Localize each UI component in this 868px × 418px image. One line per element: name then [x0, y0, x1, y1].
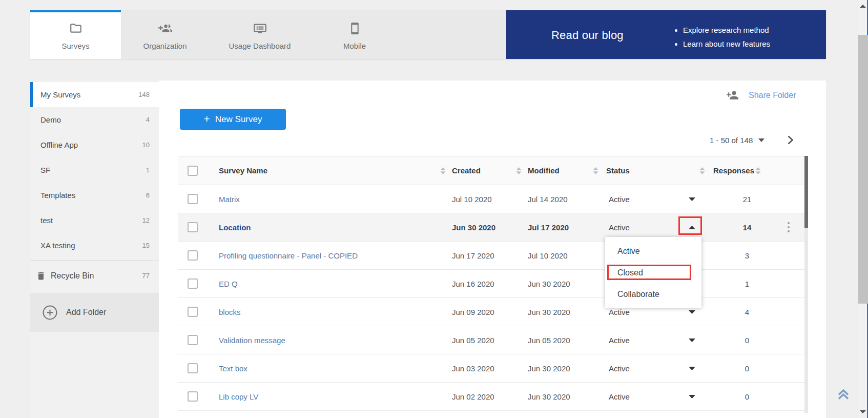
pagination-next-icon[interactable] [788, 135, 793, 145]
status-caret-icon[interactable] [689, 339, 695, 342]
header-responses[interactable]: Responses [707, 166, 779, 175]
survey-name-link[interactable]: Profiling questionnaire - Panel - COPIED [219, 251, 358, 260]
survey-name-link[interactable]: Text box [219, 364, 247, 373]
tab-mobile[interactable]: Mobile [311, 10, 399, 59]
sidebar-divider [30, 261, 159, 261]
row-checkbox[interactable] [188, 278, 198, 289]
scrollbar-up-arrow[interactable] [859, 3, 867, 9]
row-created-cell: Jun 02 2020 [448, 392, 525, 401]
status-dropdown-option[interactable]: Active [605, 241, 701, 262]
status-caret-icon[interactable] [689, 367, 695, 370]
scroll-to-top-icon[interactable] [836, 387, 851, 402]
sort-icon[interactable] [755, 167, 761, 174]
row-checkbox[interactable] [188, 194, 198, 204]
row-created-cell: Jun 05 2020 [448, 336, 525, 345]
status-caret-icon[interactable] [689, 197, 695, 201]
survey-name-link[interactable]: ED Q [219, 280, 238, 288]
table-row[interactable]: Validation message Jun 05 2020 Jun 05 20… [178, 326, 804, 354]
survey-name-link[interactable]: Lib copy LV [219, 392, 258, 401]
table-row[interactable]: Matrix Jul 10 2020 Jul 14 2020 Active [178, 185, 804, 213]
table-row[interactable]: Lib copy LV Jun 02 2020 Jun 30 2020 Acti… [178, 383, 804, 411]
row-checkbox-cell [178, 250, 210, 261]
tab-surveys[interactable]: Surveys [30, 10, 121, 59]
survey-name-link[interactable]: blocks [219, 308, 241, 316]
add-folder-button[interactable]: Add Folder [30, 293, 159, 332]
row-checkbox[interactable] [188, 222, 198, 232]
sidebar-folder-item[interactable]: test 12 [30, 208, 159, 233]
tab-label: Organization [143, 42, 187, 50]
status-dropdown-option[interactable]: Collaborate [605, 284, 701, 305]
row-status-cell: Active [602, 364, 707, 373]
share-folder-link[interactable]: Share Folder [726, 89, 796, 102]
table-row[interactable]: blocks Jun 09 2020 Jun 30 2020 Active [178, 298, 804, 326]
tab-usage-dashboard[interactable]: Usage Dashboard [209, 10, 311, 59]
table-scrollbar-track[interactable] [804, 156, 808, 413]
header-created[interactable]: Created [448, 166, 525, 175]
row-created-cell: Jun 30 2020 [448, 223, 525, 232]
sort-icon[interactable] [699, 167, 705, 174]
sort-icon[interactable] [516, 167, 522, 174]
row-created-cell: Jun 17 2020 [448, 251, 525, 260]
header-label: Modified [528, 166, 560, 175]
sidebar-item-recycle-bin[interactable]: Recycle Bin 77 [30, 263, 159, 288]
row-responses-cell: 4 [707, 308, 779, 316]
header-label: Created [452, 166, 481, 175]
sidebar-folder-item[interactable]: Templates 6 [30, 183, 159, 208]
scrollbar-down-arrow[interactable] [859, 409, 867, 415]
group-add-icon [158, 22, 172, 35]
kebab-menu-icon[interactable] [788, 221, 790, 233]
row-name-cell: Text box [210, 364, 448, 373]
table-row[interactable]: Text box Jun 03 2020 Jun 30 2020 Active [178, 354, 804, 383]
header-checkbox-cell [178, 166, 210, 176]
survey-name-link[interactable]: Location [219, 223, 251, 232]
row-name-cell: ED Q [210, 280, 448, 288]
header-survey-name[interactable]: Survey Name [210, 166, 448, 175]
select-all-checkbox[interactable] [188, 166, 198, 176]
table-row[interactable]: Profiling questionnaire - Panel - COPIED… [178, 242, 804, 270]
row-checkbox[interactable] [188, 250, 198, 261]
folder-count: 4 [146, 116, 150, 124]
page-scrollbar-thumb[interactable] [858, 35, 868, 304]
banner-bullet: Learn about new features [683, 37, 770, 51]
status-caret-icon[interactable] [689, 310, 695, 314]
modified-date: Jun 30 2020 [528, 364, 570, 373]
header-modified[interactable]: Modified [525, 166, 602, 175]
modified-date: Jul 14 2020 [528, 195, 568, 204]
survey-name-link[interactable]: Validation message [219, 336, 285, 345]
responses-count: 4 [707, 308, 779, 316]
row-checkbox[interactable] [188, 391, 198, 402]
created-date: Jun 05 2020 [452, 336, 494, 345]
table-row[interactable]: ED Q Jun 16 2020 Jun 30 2020 [178, 270, 804, 298]
row-checkbox[interactable] [188, 307, 198, 317]
responses-count: 1 [707, 280, 779, 288]
survey-name-link[interactable]: Matrix [219, 195, 240, 204]
sidebar-folder-item[interactable]: Demo 4 [30, 107, 159, 132]
row-checkbox[interactable] [188, 363, 198, 373]
pagination-dropdown-caret-icon[interactable] [758, 138, 764, 142]
status-caret-icon[interactable] [689, 395, 695, 399]
row-checkbox-cell [178, 278, 210, 289]
table-scrollbar-thumb[interactable] [804, 156, 808, 228]
sidebar-folder-item[interactable]: Offline App 10 [30, 132, 159, 157]
sort-icon[interactable] [440, 167, 446, 174]
created-date: Jun 30 2020 [452, 223, 495, 232]
pagination: 1 - 50 of 148 [710, 132, 793, 148]
sidebar-folder-item[interactable]: SF 1 [30, 157, 159, 183]
tab-organization[interactable]: Organization [121, 10, 209, 59]
table-row[interactable]: Location Jun 30 2020 Jul 17 2020 Active [178, 213, 804, 242]
sidebar-folder-item[interactable]: XA testing 15 [30, 233, 159, 258]
row-responses-cell: 0 [707, 392, 779, 401]
row-created-cell: Jun 09 2020 [448, 308, 525, 316]
folder-label: test [40, 216, 53, 225]
person-add-icon [726, 89, 739, 102]
blog-banner[interactable]: Read our blog Explore research methodLea… [506, 10, 826, 59]
row-checkbox-cell [178, 335, 210, 345]
row-checkbox[interactable] [188, 335, 198, 345]
sidebar-folder-item[interactable]: My Surveys 148 [30, 82, 159, 107]
header-status[interactable]: Status [602, 166, 707, 175]
created-date: Jun 09 2020 [452, 308, 494, 316]
folder-count: 6 [146, 191, 150, 199]
sort-icon[interactable] [593, 167, 598, 174]
header-label: Responses [713, 166, 754, 175]
new-survey-button[interactable]: + New Survey [180, 109, 286, 130]
